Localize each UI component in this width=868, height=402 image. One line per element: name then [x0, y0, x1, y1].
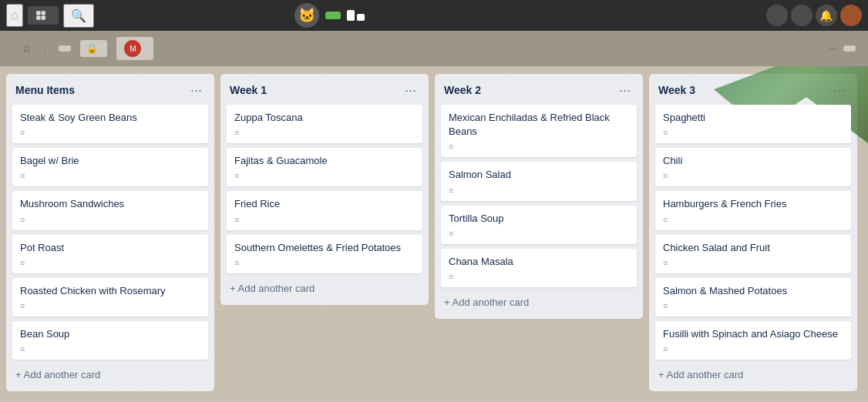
card[interactable]: Chicken Salad and Fruit≡: [655, 235, 851, 273]
trello-bar-left: [347, 10, 355, 21]
card-title: Bagel w/ Brie: [20, 154, 200, 168]
boards-button[interactable]: [28, 6, 59, 25]
svg-rect-3: [41, 16, 45, 20]
card-title: Chicken Salad and Fruit: [663, 241, 843, 255]
add-card-button-week-1[interactable]: + Add another card: [227, 278, 422, 299]
card[interactable]: Chili≡: [655, 148, 851, 186]
card-lines-icon: ≡: [234, 128, 415, 137]
board-canvas: Menu Items···Steak & Soy Green Beans≡Bag…: [0, 66, 868, 402]
list-week-3: Week 3···Spaghetti≡Chili≡Hamburgers & Fr…: [649, 74, 857, 391]
list-title-week-3: Week 3: [658, 84, 695, 96]
card[interactable]: Fried Rice≡: [227, 191, 422, 229]
avatar[interactable]: [840, 5, 862, 26]
card-lines-icon: ≡: [663, 344, 843, 353]
list-header-week-1: Week 1···: [227, 80, 422, 100]
trello-icon: [347, 10, 365, 21]
svg-rect-0: [36, 11, 40, 15]
card-lines-icon: ≡: [20, 215, 200, 224]
card[interactable]: Chana Masala≡: [441, 249, 637, 287]
card-lines-icon: ≡: [663, 301, 843, 310]
star-icon[interactable]: ☆: [22, 42, 32, 55]
card-lines-icon: ≡: [663, 258, 843, 267]
list-title-week-1: Week 1: [230, 84, 267, 96]
add-card-button-week-3[interactable]: + Add another card: [655, 364, 851, 385]
list-menu-week-1[interactable]: ···: [402, 82, 419, 99]
card-lines-icon: ≡: [449, 186, 629, 195]
card-lines-icon: ≡: [20, 128, 200, 137]
list-menu-menu-items[interactable]: ···: [187, 82, 205, 99]
list-header-week-2: Week 2···: [441, 80, 637, 100]
card-title: Fajitas & Guacamole: [234, 154, 415, 168]
card-lines-icon: ≡: [234, 171, 415, 180]
mascot-icon: 🐱: [294, 3, 319, 28]
help-button[interactable]: [791, 5, 812, 26]
logo-area: 🐱: [294, 3, 369, 28]
card-lines-icon: ≡: [20, 258, 200, 267]
board-header-right: ···: [829, 43, 856, 54]
card-title: Spaghetti: [663, 111, 843, 125]
trello-logo: [347, 10, 369, 21]
card-title: Mushroom Sandwiches: [20, 197, 200, 211]
card[interactable]: Hamburgers & French Fries≡: [655, 191, 851, 229]
personal-button[interactable]: [59, 45, 71, 52]
list-title-week-2: Week 2: [444, 84, 481, 96]
card-title: Hamburgers & French Fries: [663, 197, 843, 211]
invite-button[interactable]: M: [116, 37, 153, 60]
card[interactable]: Bagel w/ Brie≡: [12, 148, 208, 186]
card[interactable]: Fajitas & Guacamole≡: [227, 148, 422, 186]
card[interactable]: Fusilli with Spinach and Asiago Cheese≡: [655, 321, 851, 360]
card[interactable]: Mexican Enchiladas & Refried Black Beans…: [441, 105, 637, 157]
card[interactable]: Zuppa Toscana≡: [227, 105, 422, 143]
svg-rect-2: [41, 11, 45, 15]
card-lines-icon: ≡: [20, 344, 200, 353]
visibility-button[interactable]: 🔒: [80, 40, 107, 57]
card[interactable]: Steak & Soy Green Beans≡: [12, 105, 208, 143]
card-lines-icon: ≡: [449, 142, 629, 151]
ellipsis-label: ···: [829, 43, 837, 54]
card-title: Roasted Chicken with Rosemary: [20, 284, 200, 298]
card-title: Bean Soup: [20, 327, 200, 341]
card-title: Southern Omelettes & Fried Potatoes: [234, 241, 415, 255]
card-lines-icon: ≡: [449, 272, 629, 281]
card-title: Zuppa Toscana: [234, 111, 415, 125]
search-button[interactable]: 🔍: [63, 4, 94, 28]
list-week-1: Week 1···Zuppa Toscana≡Fajitas & Guacamo…: [220, 74, 429, 305]
card-lines-icon: ≡: [234, 215, 415, 224]
navbar: ⌂ 🔍 🐱 🔔: [0, 0, 868, 31]
trello-bar-right: [357, 14, 365, 21]
list-menu-week-2[interactable]: ···: [616, 82, 634, 99]
list-week-2: Week 2···Mexican Enchiladas & Refried Bl…: [435, 74, 643, 319]
add-card-button-week-2[interactable]: + Add another card: [441, 292, 637, 313]
card-title: Steak & Soy Green Beans: [20, 111, 200, 125]
list-menu-items: Menu Items···Steak & Soy Green Beans≡Bag…: [6, 74, 214, 391]
notification-button[interactable]: 🔔: [816, 5, 837, 26]
card-lines-icon: ≡: [20, 171, 200, 180]
card-title: Salmon Salad: [449, 168, 629, 182]
card-lines-icon: ≡: [20, 301, 200, 310]
card-title: Pot Roast: [20, 241, 200, 255]
card-lines-icon: ≡: [663, 128, 843, 137]
home-button[interactable]: ⌂: [6, 4, 23, 27]
show-menu-button[interactable]: [843, 45, 856, 52]
card[interactable]: Southern Omelettes & Fried Potatoes≡: [227, 235, 422, 273]
card[interactable]: Tortilla Soup≡: [441, 206, 637, 244]
card-title: Tortilla Soup: [449, 212, 629, 226]
board-header: ☆ | 🔒 M ···: [0, 31, 868, 66]
add-button[interactable]: [766, 5, 788, 26]
card-lines-icon: ≡: [663, 215, 843, 224]
card-title: Chana Masala: [449, 255, 629, 269]
card[interactable]: Spaghetti≡: [655, 105, 851, 143]
list-title-menu-items: Menu Items: [15, 84, 75, 96]
card[interactable]: Mushroom Sandwiches≡: [12, 191, 208, 229]
card[interactable]: Bean Soup≡: [12, 321, 208, 360]
svg-rect-1: [36, 16, 40, 20]
new-stuff-button[interactable]: [325, 12, 341, 19]
add-card-button-menu-items[interactable]: + Add another card: [12, 364, 208, 385]
card[interactable]: Salmon & Mashed Potatoes≡: [655, 278, 851, 317]
card[interactable]: Roasted Chicken with Rosemary≡: [12, 278, 208, 317]
card-title: Salmon & Mashed Potatoes: [663, 284, 843, 298]
card[interactable]: Salmon Salad≡: [441, 162, 637, 200]
card-lines-icon: ≡: [663, 171, 843, 180]
card[interactable]: Pot Roast≡✎: [12, 235, 208, 273]
invite-avatar: M: [124, 40, 141, 57]
